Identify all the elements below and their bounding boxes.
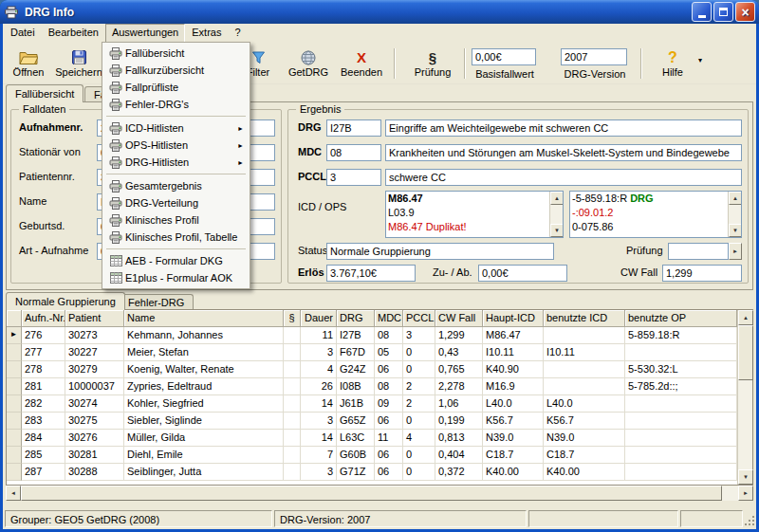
- column-header-pccl[interactable]: PCCL: [403, 310, 435, 327]
- tab-falluebersicht[interactable]: Fallübersicht: [6, 84, 83, 102]
- table-row[interactable]: 28110000037Zypries, Edeltraud26I08B0822,…: [7, 378, 737, 395]
- menu-item-aeb-formular-dkg[interactable]: AEB - Formular DKG: [104, 252, 248, 269]
- pccl-code-field[interactable]: 3: [326, 169, 381, 186]
- menu-item-e1plus-formular-aok[interactable]: E1plus - Formular AOK: [104, 269, 248, 286]
- column-header-dauer[interactable]: Dauer: [301, 310, 337, 327]
- scroll-down-icon[interactable]: ▼: [738, 469, 753, 485]
- drg-text-field[interactable]: Eingriffe am Weichteilgewebe mit schwere…: [385, 119, 742, 137]
- column-header-patient[interactable]: Patient: [65, 310, 124, 327]
- help-button[interactable]: ? Hilfe: [652, 45, 694, 83]
- scroll-up-icon[interactable]: ▲: [729, 192, 742, 205]
- scroll-down-icon[interactable]: ▼: [550, 224, 564, 237]
- close-button[interactable]: ×: [735, 2, 755, 22]
- column-header-item[interactable]: §: [284, 310, 301, 327]
- menu-item-klinisches-profil[interactable]: Klinisches Profil: [104, 211, 248, 229]
- column-header-drg[interactable]: DRG: [337, 310, 375, 327]
- menu-item-gesamtergebnis[interactable]: Gesamtergebnis: [104, 177, 248, 194]
- tab-fehler-drg[interactable]: Fehler-DRG: [119, 294, 194, 310]
- menu-item-fallkurz-bersicht[interactable]: Fallkurzübersicht: [104, 62, 248, 79]
- table-row[interactable]: ►27630273Kehmann, Johannes11I27B0831,299…: [7, 327, 737, 344]
- row-selector[interactable]: [7, 430, 22, 447]
- table-row[interactable]: 28730288Seiblinger, Jutta3G71Z0600,372K4…: [7, 464, 737, 481]
- menu-item-fehler-drg-s[interactable]: Fehler-DRG's: [104, 96, 248, 113]
- scroll-right-icon[interactable]: ►: [738, 486, 753, 501]
- column-header-haupt-icd[interactable]: Haupt-ICD: [483, 310, 544, 327]
- minimize-button[interactable]: [692, 2, 712, 22]
- tab-normale-gruppierung[interactable]: Normale Gruppierung: [6, 292, 125, 310]
- column-header-name[interactable]: Name: [124, 310, 284, 327]
- scroll-down-icon[interactable]: ▼: [729, 224, 742, 237]
- table-row[interactable]: 28330275Siebler, Siglinde3G65Z0600,199K5…: [7, 413, 737, 430]
- row-selector[interactable]: [7, 464, 22, 481]
- basisfallwert-input[interactable]: 0,00€: [472, 48, 536, 65]
- menu-item-fall-bersicht[interactable]: Fallübersicht: [104, 45, 248, 62]
- menubar-item-item[interactable]: ?: [228, 24, 247, 43]
- column-header-benutzte-op[interactable]: benutzte OP: [625, 310, 737, 327]
- mdc-code-field[interactable]: 08: [326, 144, 381, 161]
- maximize-button[interactable]: [713, 2, 733, 22]
- pccl-text-field[interactable]: schwere CC: [385, 169, 742, 186]
- list-item[interactable]: M86.47 Duplikat!: [388, 221, 547, 235]
- row-selector[interactable]: [7, 344, 22, 361]
- table-row[interactable]: 28530281Diehl, Emile7G60B0600,404C18.7C1…: [7, 447, 737, 464]
- menu-item-klinisches-profil-tabelle[interactable]: Klinisches Profil, Tabelle: [104, 229, 248, 246]
- menu-item-drg-verteilung[interactable]: DRG-Verteilung: [104, 194, 248, 211]
- column-header-aufn-nr[interactable]: Aufn.-Nr.: [22, 310, 65, 327]
- save-button[interactable]: Speichern: [52, 45, 105, 83]
- drg-version-input[interactable]: 2007: [561, 48, 627, 65]
- mdc-text-field[interactable]: Krankheiten und Störungen am Muskel-Skel…: [385, 144, 742, 161]
- row-selector[interactable]: ►: [7, 327, 22, 344]
- quit-button[interactable]: X Beenden: [337, 45, 386, 83]
- row-selector[interactable]: [7, 395, 22, 413]
- scroll-left-icon[interactable]: ◄: [6, 486, 21, 501]
- resize-grip[interactable]: [743, 514, 755, 528]
- row-selector[interactable]: [7, 378, 22, 395]
- table-row[interactable]: 28230274Kohler, Siegfried14J61B0921,06L4…: [7, 395, 737, 413]
- cwfall-field[interactable]: 1,299: [662, 265, 742, 282]
- column-header-cw-fall[interactable]: CW Fall: [435, 310, 483, 327]
- scroll-up-icon[interactable]: ▲: [550, 192, 564, 205]
- icd-list-scrollbar[interactable]: ▲ ▼: [549, 192, 563, 237]
- zuab-field[interactable]: 0,00€: [478, 265, 567, 282]
- menubar-item-extras[interactable]: Extras: [185, 24, 228, 43]
- table-vertical-scrollbar[interactable]: ▲ ▼: [737, 310, 752, 485]
- list-item[interactable]: 0-075.86: [572, 221, 726, 235]
- icd-listbox[interactable]: M86.47L03.9M86.47 Duplikat! ▲ ▼: [385, 191, 564, 238]
- table-row[interactable]: 27830279Koenig, Walter, Renate4G24Z0600,…: [7, 361, 737, 378]
- menu-item-drg-hitlisten[interactable]: DRG-Hitlisten►: [104, 154, 248, 171]
- menu-item-fallpr-fliste[interactable]: Fallprüfliste: [104, 79, 248, 96]
- table-row[interactable]: 27730227Meier, Stefan3F67D0500,43I10.11I…: [7, 344, 737, 361]
- table-row[interactable]: 28430276Müller, Gilda14L63C1140,813N39.0…: [7, 430, 737, 447]
- list-item[interactable]: -5-859.18:R DRG: [572, 193, 726, 207]
- getdrg-button[interactable]: GetDRG: [284, 45, 333, 83]
- check-button[interactable]: § Prüfung: [407, 45, 458, 83]
- list-item[interactable]: L03.9: [388, 207, 547, 221]
- help-dropdown-arrow-icon[interactable]: ▾: [694, 56, 707, 64]
- menu-item-icd-hitlisten[interactable]: ICD-Hitlisten►: [104, 119, 248, 137]
- horizontal-scroll-thumb[interactable]: [21, 486, 722, 501]
- erloes-field[interactable]: 3.767,10€: [326, 265, 416, 282]
- scroll-up-icon[interactable]: ▲: [738, 310, 753, 325]
- cell-patient: 30275: [65, 413, 124, 430]
- menu-item-ops-hitlisten[interactable]: OPS-Hitlisten►: [104, 137, 248, 154]
- list-item[interactable]: M86.47: [388, 193, 547, 207]
- vertical-scroll-thumb[interactable]: [738, 325, 753, 380]
- title-bar[interactable]: DRG Info ×: [0, 0, 759, 24]
- status-field[interactable]: Normale Gruppierung: [326, 243, 554, 260]
- pruefung-expand-button[interactable]: ►: [729, 243, 742, 260]
- column-header-mdc[interactable]: MDC: [375, 310, 403, 327]
- ops-list-scrollbar[interactable]: ▲ ▼: [728, 192, 741, 237]
- menubar-item-auswertungen[interactable]: Auswertungen: [105, 24, 185, 43]
- ops-listbox[interactable]: -5-859.18:R DRG-:09.01.20-075.86 ▲ ▼: [569, 191, 742, 238]
- drg-code-field[interactable]: I27B: [326, 119, 381, 137]
- list-item[interactable]: -:09.01.2: [572, 207, 726, 221]
- open-button[interactable]: Öffnen: [7, 45, 50, 83]
- row-selector[interactable]: [7, 413, 22, 430]
- menubar-item-bearbeiten[interactable]: Bearbeiten: [42, 24, 105, 43]
- table-horizontal-scrollbar[interactable]: ◄ ►: [6, 486, 753, 501]
- row-selector[interactable]: [7, 361, 22, 378]
- menubar-item-datei[interactable]: Datei: [4, 24, 42, 43]
- column-header-benutzte-icd[interactable]: benutzte ICD: [544, 310, 625, 327]
- pruefung-field[interactable]: [668, 243, 729, 260]
- row-selector[interactable]: [7, 447, 22, 464]
